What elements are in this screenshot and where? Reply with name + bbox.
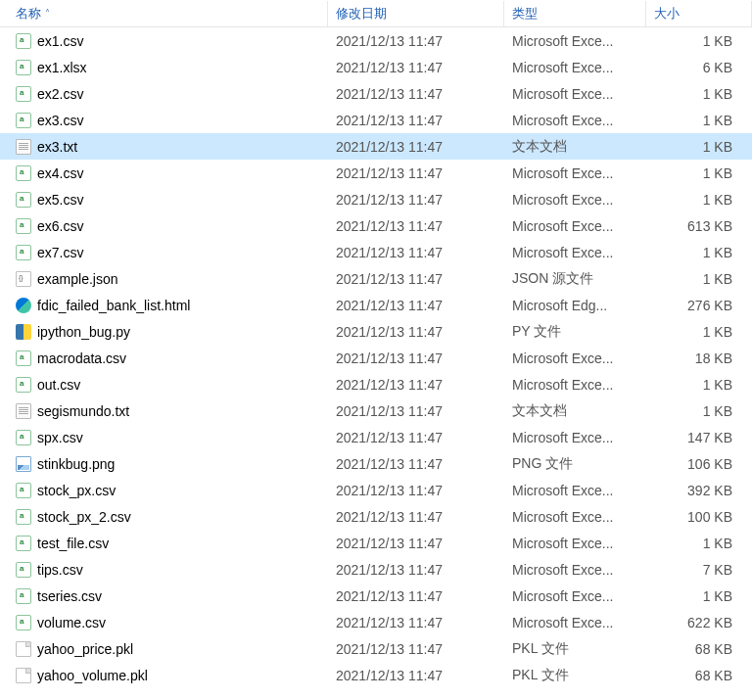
file-name-label: ex1.xlsx — [37, 60, 87, 75]
file-type-cell: Microsoft Exce... — [504, 533, 646, 554]
file-row[interactable]: stinkbug.png2021/12/13 11:47PNG 文件106 KB — [0, 450, 752, 477]
excel-file-icon — [16, 165, 31, 181]
file-row[interactable]: ex3.txt2021/12/13 11:47文本文档1 KB — [0, 133, 752, 160]
file-date-cell: 2021/12/13 11:47 — [328, 163, 504, 184]
column-header-date[interactable]: 修改日期 — [328, 1, 504, 26]
file-date-cell: 2021/12/13 11:47 — [328, 665, 504, 686]
file-row[interactable]: tips.csv2021/12/13 11:47Microsoft Exce..… — [0, 556, 752, 583]
column-header-type[interactable]: 类型 — [504, 1, 646, 26]
excel-file-icon — [16, 33, 31, 49]
file-type-cell: Microsoft Exce... — [504, 506, 646, 528]
file-type-cell: Microsoft Exce... — [504, 163, 646, 184]
file-size-cell: 1 KB — [646, 533, 752, 554]
file-row[interactable]: ex1.csv2021/12/13 11:47Microsoft Exce...… — [0, 27, 752, 54]
excel-file-icon — [16, 536, 31, 551]
file-row[interactable]: macrodata.csv2021/12/13 11:47Microsoft E… — [0, 345, 752, 371]
file-name-cell: tseries.csv — [0, 585, 328, 607]
file-date-cell: 2021/12/13 11:47 — [328, 110, 504, 131]
file-date-cell: 2021/12/13 11:47 — [328, 348, 504, 369]
file-type-cell: Microsoft Exce... — [504, 83, 646, 105]
excel-file-icon — [16, 218, 31, 234]
file-row[interactable]: ex1.xlsx2021/12/13 11:47Microsoft Exce..… — [0, 54, 752, 80]
file-row[interactable]: stock_px_2.csv2021/12/13 11:47Microsoft … — [0, 503, 752, 530]
file-name-label: stock_px.csv — [37, 483, 116, 498]
column-header-size[interactable]: 大小 — [646, 1, 752, 26]
file-size-cell: 1 KB — [646, 163, 752, 184]
excel-file-icon — [16, 86, 31, 102]
file-type-cell: Microsoft Exce... — [504, 427, 646, 448]
column-header-name-label: 名称 — [16, 5, 41, 23]
file-size-cell: 100 KB — [646, 506, 752, 528]
file-name-cell: volume.csv — [0, 612, 328, 633]
file-row[interactable]: stock_px.csv2021/12/13 11:47Microsoft Ex… — [0, 477, 752, 503]
png-file-icon — [16, 456, 31, 472]
file-date-cell: 2021/12/13 11:47 — [328, 83, 504, 105]
file-row[interactable]: fdic_failed_bank_list.html2021/12/13 11:… — [0, 292, 752, 318]
file-date-cell: 2021/12/13 11:47 — [328, 612, 504, 633]
file-type-cell: Microsoft Exce... — [504, 215, 646, 237]
file-type-cell: PY 文件 — [504, 320, 646, 344]
file-row[interactable]: segismundo.txt2021/12/13 11:47文本文档1 KB — [0, 397, 752, 424]
file-size-cell: 147 KB — [646, 427, 752, 448]
file-name-label: ex3.csv — [37, 113, 83, 128]
file-name-cell: yahoo_price.pkl — [0, 638, 328, 660]
excel-file-icon — [16, 350, 31, 366]
file-type-cell: Microsoft Exce... — [504, 480, 646, 501]
file-name-label: example.json — [37, 271, 118, 287]
json-file-icon — [16, 271, 31, 287]
file-row[interactable]: out.csv2021/12/13 11:47Microsoft Exce...… — [0, 371, 752, 397]
file-name-cell: ex3.csv — [0, 110, 328, 131]
file-rows-container: ex1.csv2021/12/13 11:47Microsoft Exce...… — [0, 27, 752, 688]
file-date-cell: 2021/12/13 11:47 — [328, 268, 504, 290]
file-type-cell: Microsoft Exce... — [504, 30, 646, 52]
file-row[interactable]: ex3.csv2021/12/13 11:47Microsoft Exce...… — [0, 107, 752, 133]
file-row[interactable]: ex5.csv2021/12/13 11:47Microsoft Exce...… — [0, 186, 752, 212]
file-row[interactable]: tseries.csv2021/12/13 11:47Microsoft Exc… — [0, 583, 752, 609]
file-name-cell: example.json — [0, 268, 328, 290]
file-type-cell: Microsoft Exce... — [504, 110, 646, 131]
file-date-cell: 2021/12/13 11:47 — [328, 559, 504, 581]
file-row[interactable]: ex2.csv2021/12/13 11:47Microsoft Exce...… — [0, 80, 752, 107]
file-date-cell: 2021/12/13 11:47 — [328, 453, 504, 475]
file-name-cell: stock_px.csv — [0, 480, 328, 501]
file-row[interactable]: volume.csv2021/12/13 11:47Microsoft Exce… — [0, 609, 752, 635]
file-row[interactable]: yahoo_volume.pkl2021/12/13 11:47PKL 文件68… — [0, 662, 752, 688]
file-size-cell: 1 KB — [646, 321, 752, 343]
excel-file-icon — [16, 430, 31, 445]
file-name-cell: ipython_bug.py — [0, 321, 328, 343]
file-date-cell: 2021/12/13 11:47 — [328, 374, 504, 396]
file-name-label: stock_px_2.csv — [37, 509, 131, 525]
file-row[interactable]: test_file.csv2021/12/13 11:47Microsoft E… — [0, 530, 752, 556]
file-date-cell: 2021/12/13 11:47 — [328, 321, 504, 343]
file-name-cell: ex4.csv — [0, 163, 328, 184]
file-row[interactable]: ex4.csv2021/12/13 11:47Microsoft Exce...… — [0, 160, 752, 186]
file-row[interactable]: example.json2021/12/13 11:47JSON 源文件1 KB — [0, 265, 752, 292]
file-name-cell: ex1.csv — [0, 30, 328, 52]
file-name-label: ex3.txt — [37, 139, 77, 155]
file-row[interactable]: ex7.csv2021/12/13 11:47Microsoft Exce...… — [0, 239, 752, 265]
file-name-cell: ex1.xlsx — [0, 57, 328, 78]
file-name-cell: ex2.csv — [0, 83, 328, 105]
file-row[interactable]: yahoo_price.pkl2021/12/13 11:47PKL 文件68 … — [0, 635, 752, 662]
file-date-cell: 2021/12/13 11:47 — [328, 295, 504, 316]
excel-file-icon — [16, 113, 31, 128]
file-name-label: ex5.csv — [37, 192, 83, 208]
column-header-type-label: 类型 — [512, 5, 538, 23]
file-list-view: 名称 ˄ 修改日期 类型 大小 ex1.csv2021/12/13 11:47M… — [0, 0, 752, 688]
file-name-label: spx.csv — [37, 430, 83, 445]
file-size-cell: 1 KB — [646, 83, 752, 105]
column-header-name[interactable]: 名称 ˄ — [0, 1, 328, 26]
file-name-label: yahoo_price.pkl — [37, 641, 133, 657]
file-name-cell: segismundo.txt — [0, 400, 328, 422]
file-name-cell: yahoo_volume.pkl — [0, 665, 328, 686]
file-size-cell: 1 KB — [646, 30, 752, 52]
excel-file-icon — [16, 483, 31, 498]
file-size-cell: 18 KB — [646, 348, 752, 369]
column-header-size-label: 大小 — [654, 5, 680, 23]
file-type-cell: PNG 文件 — [504, 452, 646, 476]
file-row[interactable]: ipython_bug.py2021/12/13 11:47PY 文件1 KB — [0, 318, 752, 345]
file-row[interactable]: spx.csv2021/12/13 11:47Microsoft Exce...… — [0, 424, 752, 450]
file-row[interactable]: ex6.csv2021/12/13 11:47Microsoft Exce...… — [0, 212, 752, 239]
file-name-cell: ex6.csv — [0, 215, 328, 237]
file-size-cell: 68 KB — [646, 665, 752, 686]
